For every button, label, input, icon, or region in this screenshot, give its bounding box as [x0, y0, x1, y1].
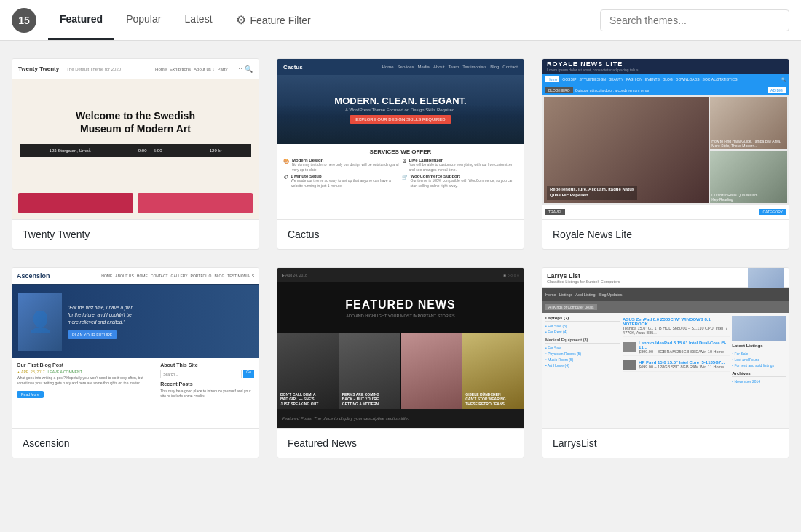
theme-preview-twenty-twenty: Twenty Twenty The Default Theme for 2020…: [12, 59, 259, 219]
search-wrap: [600, 9, 789, 31]
theme-name-royale: Royale News Lite: [542, 219, 789, 249]
theme-card-featured-news[interactable]: ▶ Aug 24, 2018 ◉ ○ ○ ○ ○ FEATURED NEWS A…: [277, 267, 524, 458]
theme-name-cactus: Cactus: [277, 219, 524, 249]
theme-card-larrys-list[interactable]: Larrys List Classified Listings for Sunb…: [542, 267, 789, 458]
theme-count-badge: 15: [12, 8, 36, 33]
tab-latest[interactable]: Latest: [173, 0, 224, 40]
gear-icon: ⚙: [236, 13, 246, 27]
theme-name-twenty-twenty: Twenty Twenty: [12, 219, 259, 249]
tab-featured[interactable]: Featured: [48, 0, 114, 40]
themes-grid: Twenty Twenty The Default Theme for 2020…: [0, 41, 801, 476]
search-input[interactable]: [600, 9, 789, 31]
theme-name-ascension: Ascension: [12, 428, 259, 458]
theme-card-cactus[interactable]: Cactus HomeServicesMediaAboutTeamTestimo…: [277, 58, 524, 250]
theme-card-ascension[interactable]: Ascension HOMEABOUT USHOMECONTACTGALLERY…: [12, 267, 259, 458]
theme-preview-larrys-list: Larrys List Classified Listings for Sunb…: [542, 268, 789, 428]
themes-header: 15 Featured Popular Latest ⚙ Feature Fil…: [0, 0, 801, 41]
feature-filter-button[interactable]: ⚙ Feature Filter: [224, 0, 323, 40]
theme-preview-featured-news: ▶ Aug 24, 2018 ◉ ○ ○ ○ ○ FEATURED NEWS A…: [277, 268, 524, 428]
theme-card-royale-news-lite[interactable]: ROYALE NEWS LITE Lorem ipsum dolor sit a…: [542, 58, 789, 250]
preview-search: [160, 370, 242, 378]
theme-preview-royale: ROYALE NEWS LITE Lorem ipsum dolor sit a…: [542, 59, 789, 219]
tab-popular[interactable]: Popular: [114, 0, 173, 40]
theme-name-larrys-list: LarrysList: [542, 428, 789, 458]
nav-tabs: Featured Popular Latest ⚙ Feature Filter: [48, 0, 323, 40]
theme-preview-ascension: Ascension HOMEABOUT USHOMECONTACTGALLERY…: [12, 268, 259, 428]
theme-name-featured-news: Featured News: [277, 428, 524, 458]
theme-card-twenty-twenty[interactable]: Twenty Twenty The Default Theme for 2020…: [12, 58, 259, 250]
theme-preview-cactus: Cactus HomeServicesMediaAboutTeamTestimo…: [277, 59, 524, 219]
